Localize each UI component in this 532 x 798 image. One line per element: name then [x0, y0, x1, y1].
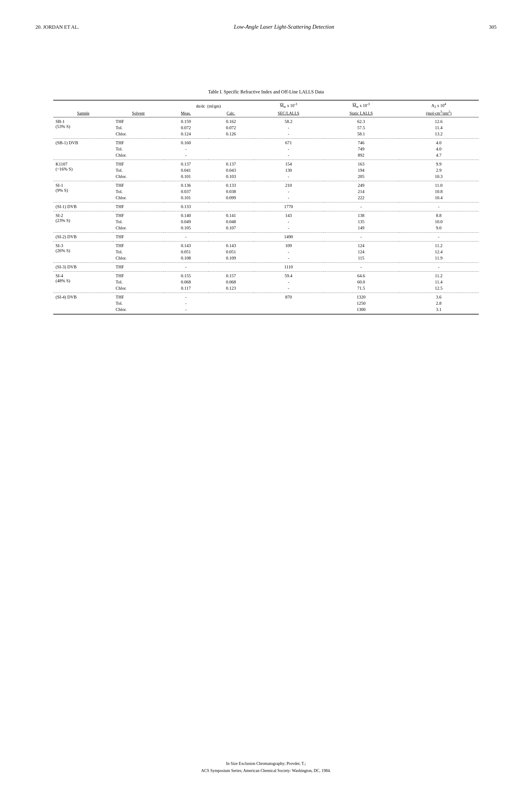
cell-meas: -	[164, 233, 208, 242]
cell-sec: 109	[253, 242, 324, 249]
cell-static: 62.3	[324, 117, 399, 125]
cell-calc: 0.137	[208, 160, 253, 168]
cell-solvent: THF	[113, 139, 163, 146]
table-header-row1: dn/dc (ml/gm) Mw x 10-3 Mw x 10-3 A2 x 1…	[53, 100, 479, 109]
cell-meas: -	[164, 300, 208, 306]
cell-sec: -	[253, 125, 324, 131]
cell-a2: 3.6	[399, 293, 479, 301]
table-row: Chlor.0.1170.123-71.512.5	[53, 285, 479, 293]
cell-solvent: Chlor.	[113, 255, 163, 263]
cell-meas: 0.051	[164, 249, 208, 255]
cell-static: -	[324, 263, 399, 272]
cell-static: 749	[324, 146, 399, 152]
cell-sample: SI-2(23% S)	[53, 211, 113, 233]
table-row: (SI-3) DVBTHF-1110--	[53, 263, 479, 272]
cell-sec: 130	[253, 167, 324, 173]
cell-a2: 10.8	[399, 189, 479, 195]
cell-a2: 12.6	[399, 117, 479, 125]
table-row: Chlor.0.1240.126-58.113.2	[53, 131, 479, 139]
cell-solvent: Chlor.	[113, 152, 163, 160]
cell-solvent: Tol.	[113, 249, 163, 255]
cell-static: 1320	[324, 293, 399, 301]
cell-meas: 0.041	[164, 167, 208, 173]
cell-calc: 0.123	[208, 285, 253, 293]
th-meas: Meas.	[164, 109, 208, 117]
cell-solvent: THF	[113, 272, 163, 279]
cell-a2: 4.0	[399, 146, 479, 152]
table-row: K1107(~16% S)THF0.1370.1371541639.9	[53, 160, 479, 168]
cell-meas: 0.140	[164, 211, 208, 219]
cell-a2: 4.0	[399, 139, 479, 146]
cell-static: 135	[324, 219, 399, 225]
cell-sec: -	[253, 285, 324, 293]
table-row: Tol.0.0370.038-21410.8	[53, 189, 479, 195]
cell-meas: -	[164, 152, 208, 160]
cell-solvent: Tol.	[113, 300, 163, 306]
th-static: Static LALLS	[324, 109, 399, 117]
cell-sec: 59.4	[253, 272, 324, 279]
cell-a2: 8.8	[399, 211, 479, 219]
cell-solvent: THF	[113, 211, 163, 219]
cell-solvent: Tol.	[113, 279, 163, 285]
cell-meas: -	[164, 263, 208, 272]
table-section: Table I. Specific Refractive Index and O…	[53, 89, 479, 315]
page: 20. JORDAN ET AL. Low-Angle Laser Light-…	[0, 0, 532, 798]
cell-static: 124	[324, 242, 399, 249]
cell-calc	[208, 146, 253, 152]
cell-sec: -	[253, 249, 324, 255]
cell-meas: 0.136	[164, 181, 208, 189]
cell-solvent: Tol.	[113, 146, 163, 152]
cell-solvent: Chlor.	[113, 285, 163, 293]
th-a2: A2 x 104	[399, 100, 479, 109]
cell-a2: 11.2	[399, 242, 479, 249]
table-row: Tol.0.0680.068-60.011.4	[53, 279, 479, 285]
cell-meas: 0.108	[164, 255, 208, 263]
cell-static: 214	[324, 189, 399, 195]
cell-sec: -	[253, 173, 324, 181]
cell-a2: 12.4	[399, 249, 479, 255]
cell-solvent: Tol.	[113, 189, 163, 195]
cell-static: 58.1	[324, 131, 399, 139]
cell-a2: 9.9	[399, 160, 479, 168]
header-left: 20. JORDAN ET AL.	[36, 24, 79, 30]
table-row: Tol.--7494.0	[53, 146, 479, 152]
cell-calc: 0.051	[208, 249, 253, 255]
cell-meas: 0.049	[164, 219, 208, 225]
cell-meas: -	[164, 146, 208, 152]
table-row: Tol.0.0720.072-57.511.4	[53, 125, 479, 131]
footer-line1: In Size Exclusion Chromatography; Provde…	[0, 760, 532, 767]
th-sample: Sample	[53, 109, 113, 117]
cell-solvent: Chlor.	[113, 173, 163, 181]
th-mw-static: Mw x 10-3	[324, 100, 399, 109]
footer-line2: ACS Symposium Series; American Chemical …	[0, 767, 532, 774]
cell-a2: 3.1	[399, 306, 479, 314]
th-sec: SEC/LALLS	[253, 109, 324, 117]
cell-a2: -	[399, 263, 479, 272]
cell-static: 138	[324, 211, 399, 219]
cell-meas: 0.160	[164, 139, 208, 146]
cell-sec	[253, 306, 324, 314]
table-row: Chlor.0.1010.099-22210.4	[53, 195, 479, 203]
cell-calc: 0.099	[208, 195, 253, 203]
cell-sec: -	[253, 225, 324, 233]
table-row: SB-1(53% S)THF0.1590.16258.262.312.6	[53, 117, 479, 125]
th-calc: Calc.	[208, 109, 253, 117]
table-row: Tol.-12502.8	[53, 300, 479, 306]
cell-a2: 11.4	[399, 125, 479, 131]
table-row: SI-3(26% S)THF0.1430.14310912411.2	[53, 242, 479, 249]
table-title: Table I. Specific Refractive Index and O…	[53, 89, 479, 95]
cell-sample: SI-4(48% S)	[53, 272, 113, 293]
cell-solvent: Tol.	[113, 167, 163, 173]
cell-calc	[208, 203, 253, 211]
cell-calc: 0.162	[208, 117, 253, 125]
cell-sec: -	[253, 189, 324, 195]
page-footer: In Size Exclusion Chromatography; Provde…	[0, 760, 532, 774]
table-header-row2: Sample Solvent Meas. Calc. SEC/LALLS Sta…	[53, 109, 479, 117]
cell-solvent: Tol.	[113, 125, 163, 131]
cell-calc	[208, 306, 253, 314]
cell-static: -	[324, 203, 399, 211]
cell-calc	[208, 139, 253, 146]
cell-solvent: THF	[113, 117, 163, 125]
cell-static: 222	[324, 195, 399, 203]
cell-solvent: THF	[113, 242, 163, 249]
